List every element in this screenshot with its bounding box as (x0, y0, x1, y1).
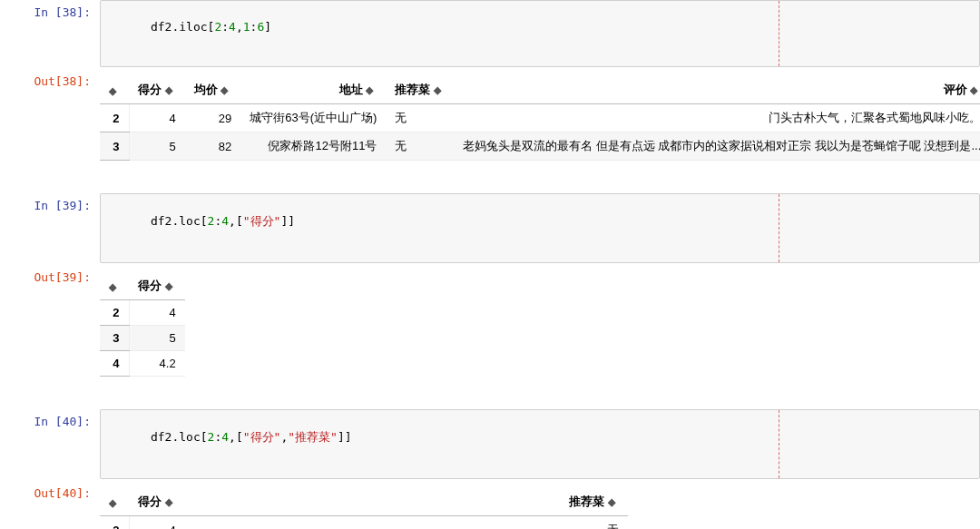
sort-icon[interactable]: ◆ (970, 84, 977, 96)
dataframe-table-39[interactable]: ◆得分 ◆243544.2 (100, 272, 185, 377)
table-row[interactable]: 2429城守街63号(近中山广场)无门头古朴大气，汇聚各式蜀地风味小吃。 (100, 104, 980, 132)
output-cell-40: Out[40]: ◆得分 ◆推荐菜 ◆24无35无44.2菌香炒肉\t老妈面\t… (0, 481, 980, 529)
row-index: 2 (100, 300, 129, 326)
row-index: 4 (100, 351, 129, 377)
table-cell: 4 (129, 516, 185, 530)
sort-icon[interactable]: ◆ (608, 496, 615, 508)
notebook-container: In [38]: df2.iloc[2:4,1:6] Out[38]: ◆得分 … (0, 0, 980, 529)
cell-spacer (0, 171, 980, 193)
sort-icon[interactable]: ◆ (109, 497, 116, 509)
header-label: 推荐菜 (395, 83, 430, 96)
table-cell: 倪家桥路12号附11号 (240, 132, 386, 161)
margin-guide (779, 1, 779, 66)
output-prompt-39: Out[39]: (0, 265, 100, 386)
output-cell-38: Out[38]: ◆得分 ◆均价 ◆地址 ◆推荐菜 ◆评价 ◆2429城守街63… (0, 69, 980, 170)
index-header[interactable]: ◆ (100, 272, 129, 300)
table-row[interactable]: 35 (100, 326, 185, 351)
input-cell-40: In [40]: df2.loc[2:4,["得分","推荐菜"]] (0, 409, 980, 479)
table-row[interactable]: 3582倪家桥路12号附11号无老妈兔头是双流的最有名 但是有点远 成都市内的这… (100, 132, 980, 161)
sort-icon[interactable]: ◆ (366, 84, 373, 96)
input-prompt-39: In [39]: (0, 193, 100, 263)
table-row[interactable]: 24无 (100, 516, 628, 530)
row-index: 2 (100, 104, 129, 132)
table-cell: 城守街63号(近中山广场) (240, 104, 386, 132)
output-prompt-38: Out[38]: (0, 69, 100, 170)
header-label: 得分 (138, 279, 162, 292)
code-line: df2.loc[2:4,["得分"]] (151, 214, 295, 228)
table-row[interactable]: 24 (100, 300, 185, 326)
table-cell: 无 (386, 104, 454, 132)
column-header[interactable]: 得分 ◆ (129, 488, 185, 516)
header-label: 地址 (339, 83, 363, 96)
sort-icon[interactable]: ◆ (109, 85, 116, 97)
header-label: 得分 (138, 83, 162, 96)
margin-guide (779, 194, 779, 262)
table-cell: 门头古朴大气，汇聚各式蜀地风味小吃。 (454, 104, 980, 132)
row-index: 2 (100, 516, 129, 530)
input-cell-39: In [39]: df2.loc[2:4,["得分"]] (0, 193, 980, 263)
header-label: 评价 (944, 83, 967, 96)
dataframe-table-40[interactable]: ◆得分 ◆推荐菜 ◆24无35无44.2菌香炒肉\t老妈面\t青笋肥肠\t夫妻肺… (100, 488, 628, 529)
index-header[interactable]: ◆ (100, 76, 129, 104)
sort-icon[interactable]: ◆ (165, 496, 172, 508)
table-cell: 4.2 (129, 351, 185, 377)
code-line: df2.loc[2:4,["得分","推荐菜"]] (151, 430, 352, 444)
dataframe-table-38[interactable]: ◆得分 ◆均价 ◆地址 ◆推荐菜 ◆评价 ◆2429城守街63号(近中山广场)无… (100, 76, 980, 161)
table-cell: 4 (129, 104, 185, 132)
sort-icon[interactable]: ◆ (434, 84, 441, 96)
column-header[interactable]: 推荐菜 ◆ (185, 488, 628, 516)
column-header[interactable]: 均价 ◆ (185, 76, 241, 104)
margin-guide (779, 410, 779, 478)
output-area-40: ◆得分 ◆推荐菜 ◆24无35无44.2菌香炒肉\t老妈面\t青笋肥肠\t夫妻肺… (100, 481, 980, 529)
header-label: 均价 (194, 83, 218, 96)
row-index: 3 (100, 326, 129, 351)
code-input-38[interactable]: df2.iloc[2:4,1:6] (100, 0, 980, 67)
header-label: 推荐菜 (569, 495, 604, 508)
table-row[interactable]: 44.2 (100, 351, 185, 377)
cell-spacer (0, 387, 980, 409)
table-cell: 5 (129, 326, 185, 351)
output-cell-39: Out[39]: ◆得分 ◆243544.2 (0, 265, 980, 386)
output-area-38: ◆得分 ◆均价 ◆地址 ◆推荐菜 ◆评价 ◆2429城守街63号(近中山广场)无… (100, 69, 980, 170)
sort-icon[interactable]: ◆ (220, 84, 228, 96)
column-header[interactable]: 评价 ◆ (454, 76, 980, 104)
table-cell: 29 (185, 104, 241, 132)
input-cell-38: In [38]: df2.iloc[2:4,1:6] (0, 0, 980, 67)
index-header[interactable]: ◆ (100, 488, 129, 516)
code-line: df2.iloc[2:4,1:6] (151, 20, 271, 34)
output-area-39: ◆得分 ◆243544.2 (100, 265, 980, 386)
input-prompt-38: In [38]: (0, 0, 100, 67)
code-input-40[interactable]: df2.loc[2:4,["得分","推荐菜"]] (100, 409, 980, 479)
column-header[interactable]: 推荐菜 ◆ (386, 76, 454, 104)
column-header[interactable]: 得分 ◆ (129, 76, 185, 104)
sort-icon[interactable]: ◆ (109, 281, 116, 293)
table-cell: 无 (185, 516, 628, 530)
row-index: 3 (100, 132, 129, 161)
table-cell: 老妈兔头是双流的最有名 但是有点远 成都市内的这家据说相对正宗 我以为是苍蝇馆子… (454, 132, 980, 161)
table-cell: 82 (185, 132, 241, 161)
sort-icon[interactable]: ◆ (165, 280, 172, 292)
header-label: 得分 (138, 495, 162, 508)
code-input-39[interactable]: df2.loc[2:4,["得分"]] (100, 193, 980, 263)
input-prompt-40: In [40]: (0, 409, 100, 479)
table-cell: 5 (129, 132, 185, 161)
sort-icon[interactable]: ◆ (165, 84, 172, 96)
column-header[interactable]: 地址 ◆ (240, 76, 386, 104)
output-prompt-40: Out[40]: (0, 481, 100, 529)
table-cell: 无 (386, 132, 454, 161)
table-cell: 4 (129, 300, 185, 326)
column-header[interactable]: 得分 ◆ (129, 272, 185, 300)
